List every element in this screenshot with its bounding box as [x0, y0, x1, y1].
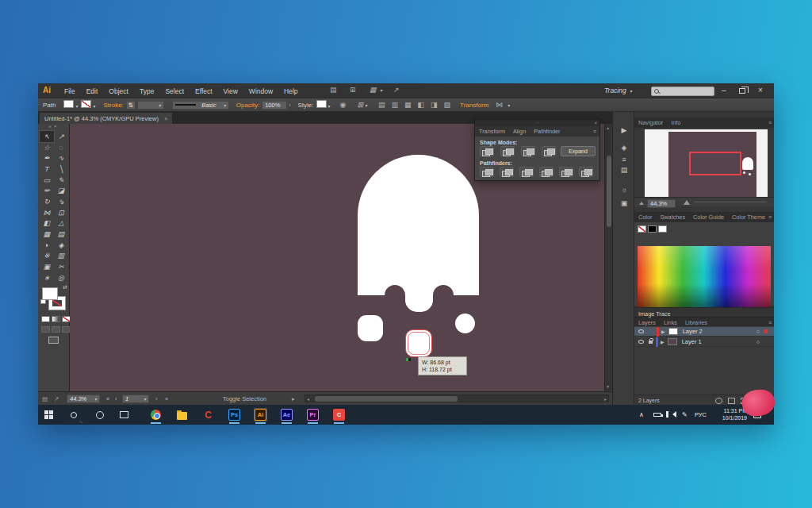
panel-tab[interactable]: Navigator: [634, 117, 667, 128]
panel-menu-icon[interactable]: ≡: [768, 320, 772, 325]
color-mode-button[interactable]: [41, 316, 50, 322]
taskbar-illustrator-active[interactable]: Ai: [254, 408, 267, 421]
restore-button[interactable]: [739, 88, 745, 94]
symbols-panel-icon[interactable]: ◈: [613, 144, 635, 152]
navigator-zoom-field[interactable]: 44.3%: [647, 199, 676, 208]
paintbrush-tool[interactable]: ✎: [54, 175, 68, 186]
zoom-in-icon[interactable]: [684, 200, 690, 205]
collaboration-icon[interactable]: ▤: [42, 395, 48, 402]
scroll-right-icon[interactable]: ▸: [604, 396, 607, 402]
taskbar-camtasia[interactable]: C: [332, 408, 346, 421]
lasso-tool[interactable]: ◌: [54, 142, 68, 153]
scroll-down-icon[interactable]: ▾: [607, 383, 609, 389]
panel-tab[interactable]: Transform: [475, 126, 509, 137]
language-indicator[interactable]: РУС: [695, 411, 707, 431]
taskbar-after-effects[interactable]: Ae: [280, 408, 293, 421]
black-swatch[interactable]: [648, 225, 657, 233]
eraser-tool[interactable]: ◪: [54, 185, 68, 196]
opacity-field[interactable]: 100%: [262, 101, 287, 110]
chevron-down-icon[interactable]: ▾: [508, 102, 510, 108]
draw-behind-button[interactable]: [52, 326, 60, 333]
minus-front-button[interactable]: [500, 146, 515, 156]
style-picker[interactable]: ▾: [316, 100, 331, 110]
select-similar-icon[interactable]: ⊠▾: [357, 102, 367, 109]
stroke-color-picker[interactable]: ▾: [81, 100, 95, 110]
fill-color-picker[interactable]: ▾: [63, 100, 78, 110]
blend-tool[interactable]: ◈: [54, 240, 68, 251]
menu-item[interactable]: Effect: [190, 86, 218, 97]
layer-thumbnail[interactable]: [668, 328, 678, 335]
horizontal-scrollbar[interactable]: ◂▸: [304, 394, 609, 402]
clock[interactable]: 11:31 PM10/1/2019: [714, 408, 747, 428]
color-spectrum-picker[interactable]: [638, 246, 771, 314]
distribute-right-icon[interactable]: ▨: [444, 102, 451, 109]
distribute-left-icon[interactable]: ◧: [418, 102, 425, 109]
stroke-weight-link[interactable]: Stroke:: [104, 102, 124, 109]
taskbar-ccleaner[interactable]: C: [201, 408, 215, 421]
shape-builder-tool[interactable]: ◧: [40, 218, 54, 229]
distribute-center-icon[interactable]: ◨: [431, 102, 438, 109]
close-panel-icon[interactable]: ×: [594, 121, 597, 125]
target-circle-icon[interactable]: ○: [756, 329, 760, 334]
menu-item[interactable]: Edit: [81, 86, 104, 97]
first-artboard-icon[interactable]: «: [106, 395, 109, 402]
previous-artboard-icon[interactable]: ‹: [115, 395, 117, 402]
lock-icon[interactable]: [649, 341, 653, 344]
gradient-tool[interactable]: ▤: [54, 229, 68, 240]
curvature-tool[interactable]: ∿: [54, 152, 68, 164]
menu-item[interactable]: Type: [134, 86, 159, 97]
none-swatch[interactable]: [638, 225, 646, 233]
rectangle-tool[interactable]: ▭: [40, 175, 54, 186]
taskbar-photoshop[interactable]: Ps: [228, 408, 241, 421]
menu-item[interactable]: Select: [159, 86, 190, 97]
scroll-right-icon[interactable]: ▸: [292, 395, 295, 402]
taskbar-search-button[interactable]: [67, 408, 80, 421]
merge-button[interactable]: [519, 167, 534, 177]
brushes-panel-icon[interactable]: ☼: [613, 186, 635, 194]
magic-wand-tool[interactable]: ☆: [40, 142, 54, 153]
workspace-switcher[interactable]: Tracing ▾: [604, 87, 632, 94]
locate-object-icon[interactable]: [715, 398, 722, 404]
zoom-out-icon[interactable]: [639, 202, 644, 205]
rounded-rect-being-drawn[interactable]: [405, 329, 432, 357]
tools-panel-header[interactable]: «×: [38, 124, 70, 130]
panel-tab[interactable]: Color Guide: [689, 212, 728, 222]
unite-button[interactable]: [480, 146, 494, 156]
document-layout-icon[interactable]: ▦ ▾: [370, 87, 382, 94]
menu-item[interactable]: File: [59, 86, 81, 97]
taskbar-chrome[interactable]: [149, 408, 163, 421]
minimize-button[interactable]: –: [722, 87, 726, 94]
menu-item[interactable]: View: [218, 86, 243, 97]
rotate-tool[interactable]: ↻: [40, 196, 54, 207]
panel-menu-icon[interactable]: ≡: [593, 129, 596, 134]
stroke-weight-field[interactable]: ▾: [137, 101, 164, 110]
scroll-left-icon[interactable]: ◂: [307, 396, 309, 402]
direct-selection-tool[interactable]: ↗: [54, 131, 68, 142]
vertical-scrollbar[interactable]: ▴ ▾: [604, 124, 612, 391]
layer-row-layer-2[interactable]: ▶ Layer 2 ○: [634, 327, 774, 337]
menu-item[interactable]: Window: [243, 86, 278, 97]
stroke-panel-icon[interactable]: ≡: [613, 156, 635, 164]
artboard-number-dropdown[interactable]: 1▾: [122, 394, 149, 403]
artboards-panel-icon[interactable]: ▣: [613, 199, 635, 207]
close-button[interactable]: ×: [758, 87, 763, 94]
search-input[interactable]: [651, 87, 714, 96]
panel-tab[interactable]: Pathfinder: [530, 126, 564, 137]
eyedropper-tool[interactable]: ◗: [40, 240, 54, 251]
close-tab-icon[interactable]: ×: [164, 115, 167, 122]
align-right-icon[interactable]: ▦: [404, 102, 412, 109]
fill-color-indicator[interactable]: [42, 287, 58, 300]
ghost-drop-right[interactable]: [455, 314, 475, 333]
align-left-icon[interactable]: ▤: [378, 102, 385, 109]
share-icon[interactable]: ↗: [393, 87, 400, 94]
layer-row-layer-1[interactable]: ▶ Layer 1 ○: [634, 337, 774, 347]
scrollbar-thumb[interactable]: [315, 396, 458, 402]
layer-thumbnail[interactable]: [668, 338, 677, 345]
menu-item[interactable]: Object: [103, 86, 134, 97]
brush-definition-dropdown[interactable]: Basic▾: [172, 101, 229, 110]
navigator-proxy-rect[interactable]: [689, 152, 741, 175]
expand-button[interactable]: Expand: [561, 146, 596, 156]
transform-link[interactable]: Transform: [460, 102, 488, 109]
ghost-artwork-body[interactable]: [358, 155, 479, 295]
ghost-drop-left[interactable]: [358, 315, 383, 341]
